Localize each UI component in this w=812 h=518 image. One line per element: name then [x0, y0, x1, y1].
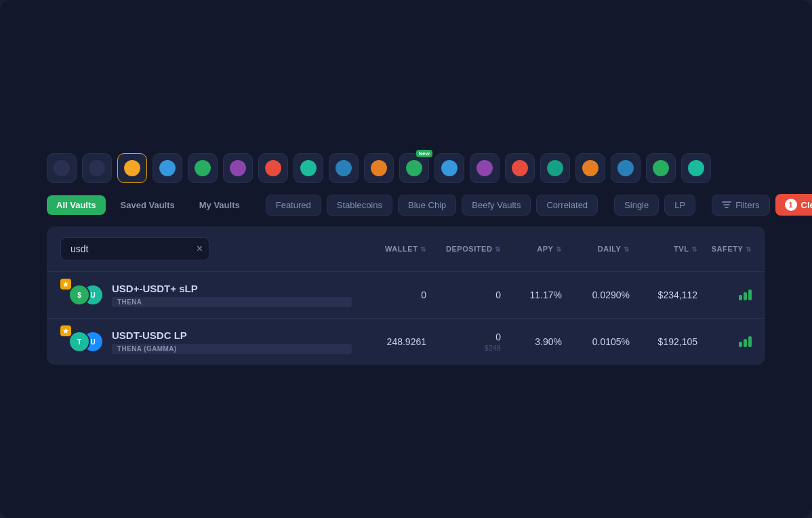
vault-token-icons: T U: [68, 331, 102, 353]
col-header-wallet[interactable]: WALLET ⇅: [352, 245, 426, 253]
filter-blue-chip[interactable]: Blue Chip: [398, 195, 456, 216]
tvl-value: $192,105: [630, 336, 697, 347]
col-header-daily[interactable]: DAILY ⇅: [562, 245, 630, 253]
col-header-safety[interactable]: SAFETY ⇅: [697, 245, 752, 253]
tab-my-vaults[interactable]: My Vaults: [190, 195, 249, 215]
daily-col: 0.0105%: [562, 336, 630, 347]
daily-value: 0.0105%: [562, 336, 630, 347]
sort-icon-deposited: ⇅: [495, 245, 501, 253]
sort-icon-daily: ⇅: [624, 245, 630, 253]
table-row[interactable]: T U USDT-USDC LP THENA (GAMMA) 248.9261 …: [47, 319, 765, 365]
chain-icon-8[interactable]: [293, 153, 323, 183]
chain-icon-4[interactable]: [153, 153, 182, 183]
tab-all-vaults[interactable]: All Vaults: [47, 195, 106, 215]
vault-name: USD+-USDT+ sLP: [112, 283, 352, 294]
vault-info: USDT-USDC LP THENA (GAMMA): [112, 330, 352, 354]
table-row[interactable]: $ U USD+-USDT+ sLP THENA 0 0 11.17% 0.02: [47, 272, 765, 319]
deposited-col: 0: [426, 290, 501, 300]
safety-seg-2: [744, 292, 747, 300]
chain-icon-5[interactable]: [188, 153, 218, 183]
search-row: × WALLET ⇅ DEPOSITED ⇅ APY ⇅: [47, 226, 765, 272]
apy-value: 11.17%: [501, 290, 562, 300]
tab-saved-vaults[interactable]: Saved Vaults: [111, 195, 184, 215]
tvl-col: $192,105: [630, 336, 697, 347]
sort-icon-safety: ⇅: [746, 245, 752, 253]
vault-name: USDT-USDC LP: [112, 330, 352, 341]
new-badge: New: [416, 150, 432, 157]
sort-icon-apy: ⇅: [556, 245, 562, 253]
col-header-deposited[interactable]: DEPOSITED ⇅: [426, 245, 501, 253]
clear-count-badge: 1: [785, 199, 797, 211]
chain-icon-14[interactable]: [505, 153, 535, 183]
deposited-sub: $248: [426, 344, 501, 352]
filter-single[interactable]: Single: [614, 195, 659, 216]
deposited-value: 0: [426, 332, 501, 342]
chain-icon-6[interactable]: [223, 153, 253, 183]
chain-icon-15[interactable]: [540, 153, 570, 183]
safety-seg-3: [748, 290, 752, 300]
vault-info: USD+-USDT+ sLP THENA: [112, 283, 352, 307]
chain-icon-9[interactable]: [329, 153, 359, 183]
chain-icon-17[interactable]: [611, 153, 641, 183]
chain-icon-12[interactable]: [434, 153, 464, 183]
chain-icon-11[interactable]: New: [399, 153, 429, 183]
chain-icon-10[interactable]: [364, 153, 394, 183]
wallet-col: 0: [352, 290, 426, 300]
search-input[interactable]: [60, 237, 209, 260]
wallet-col: 248.9261: [352, 336, 426, 347]
main-content: New All Vaults Saved Vaults My Vaults Fe…: [47, 153, 765, 365]
apy-value: 3.90%: [501, 336, 562, 347]
chain-icon-7[interactable]: [258, 153, 288, 183]
chain-icon-16[interactable]: [575, 153, 605, 183]
filter-lp[interactable]: LP: [664, 195, 695, 216]
safety-bar: [697, 336, 752, 347]
chain-icon-19[interactable]: [681, 153, 711, 183]
sort-icon-wallet: ⇅: [420, 245, 426, 253]
wallet-value: 0: [352, 290, 426, 300]
vault-platform: THENA: [112, 297, 352, 307]
clear-search-button[interactable]: ×: [197, 243, 203, 254]
deposited-value: 0: [426, 290, 501, 300]
tvl-col: $234,112: [630, 290, 697, 300]
safety-col: [697, 290, 752, 300]
safety-seg-2: [744, 339, 747, 347]
safety-bar: [697, 290, 752, 300]
search-input-wrap: ×: [60, 237, 209, 260]
safety-col: [697, 336, 752, 347]
chain-icon-13[interactable]: [470, 153, 500, 183]
filter-stablecoins[interactable]: Stablecoins: [327, 195, 392, 216]
clear-all-button[interactable]: 1 Clear All: [775, 194, 812, 216]
daily-col: 0.0290%: [562, 290, 630, 300]
chain-icon-18[interactable]: [646, 153, 676, 183]
deposited-col: 0 $248: [426, 332, 501, 352]
apy-col: 3.90%: [501, 336, 562, 347]
vault-panel: × WALLET ⇅ DEPOSITED ⇅ APY ⇅: [47, 226, 765, 365]
safety-seg-1: [739, 342, 742, 347]
safety-seg-3: [748, 336, 752, 347]
wallet-value: 248.9261: [352, 336, 426, 347]
daily-value: 0.0290%: [562, 290, 630, 300]
col-header-apy[interactable]: APY ⇅: [501, 245, 562, 253]
tvl-value: $234,112: [630, 290, 697, 300]
apy-col: 11.17%: [501, 290, 562, 300]
sort-icon-tvl: ⇅: [691, 245, 697, 253]
screen: New All Vaults Saved Vaults My Vaults Fe…: [0, 0, 812, 518]
chain-icon-1[interactable]: [47, 153, 77, 183]
chain-icon-3[interactable]: [117, 153, 147, 183]
filter-featured[interactable]: Featured: [266, 195, 321, 216]
filter-correlated[interactable]: Correlated: [536, 195, 598, 216]
chain-icon-2[interactable]: [82, 153, 112, 183]
col-header-tvl[interactable]: TVL ⇅: [630, 245, 697, 253]
chain-icons-row: New: [47, 153, 765, 183]
vault-platform: THENA (GAMMA): [112, 344, 352, 354]
token-icon-first: T: [68, 331, 90, 353]
filter-row: All Vaults Saved Vaults My Vaults Featur…: [47, 194, 765, 216]
filters-button[interactable]: Filters: [712, 195, 769, 216]
token-icon-first: $: [68, 284, 90, 306]
filter-icon: [722, 200, 731, 210]
vault-token-icons: $ U: [68, 284, 102, 306]
filter-beefy-vaults[interactable]: Beefy Vaults: [462, 195, 531, 216]
safety-seg-1: [739, 295, 742, 300]
